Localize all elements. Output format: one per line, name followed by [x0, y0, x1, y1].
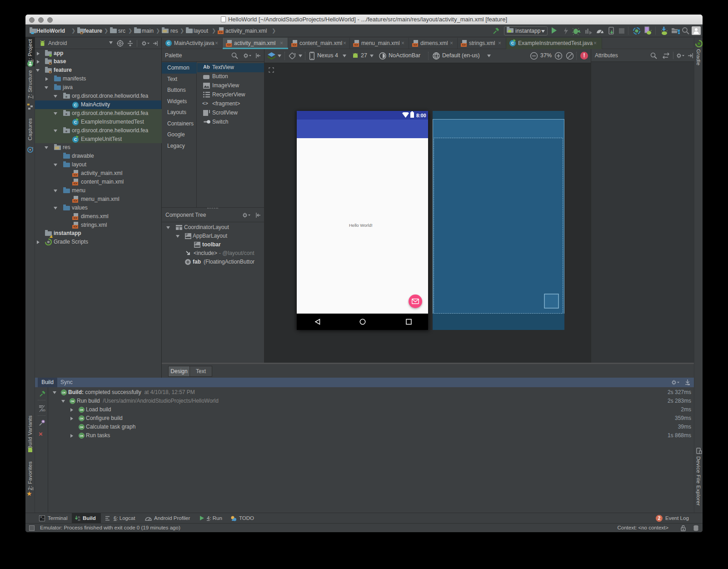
svg-text:10: 10 — [78, 519, 80, 521]
